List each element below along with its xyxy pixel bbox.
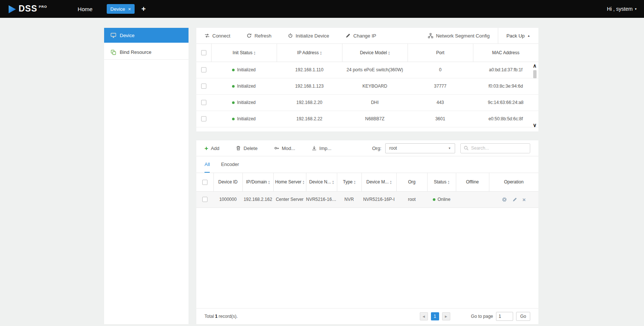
user-menu[interactable]: Hi , system ▾ — [607, 6, 637, 12]
device-table: Device ID IP/Domain▴▾ Home Server▴▾ Devi… — [196, 173, 538, 208]
discovery-row[interactable]: Initialized 192.168.1.110 24 ports ePoE … — [196, 62, 538, 78]
ip-cell: 192.168.2.20 — [277, 94, 342, 111]
col-header-port: Port — [408, 44, 473, 62]
goto-page-label: Go to page — [471, 314, 493, 319]
change-ip-button[interactable]: Change IP — [345, 33, 376, 39]
row-checkbox[interactable] — [202, 197, 207, 202]
current-page-button[interactable]: 1 — [431, 312, 439, 320]
discovery-select-all-cell — [196, 44, 211, 62]
sidebar-item-device[interactable]: Device — [104, 28, 189, 43]
goto-page-input[interactable] — [496, 312, 513, 321]
delete-button[interactable]: Delete — [236, 146, 258, 151]
tab-encoder[interactable]: Encoder — [221, 156, 239, 173]
sidebar-item-label: Bind Resource — [120, 49, 151, 55]
connect-label: Connect — [212, 33, 230, 39]
col-label: Device N... — [309, 179, 331, 185]
device-list-toolbar-left: + Add Delete Mod... — [205, 145, 331, 151]
tab-device[interactable]: Device × — [107, 4, 135, 14]
sidebar: Device Bind Resource — [104, 28, 189, 324]
tab-close-icon[interactable]: × — [128, 7, 131, 12]
org-label: Org: — [372, 146, 381, 151]
col-header-device-name[interactable]: Device N...▴▾ — [306, 173, 337, 191]
top-bar: DSS PRO Home Device × + Hi , system ▾ — [0, 0, 644, 18]
total-records: Total1record(s). — [205, 314, 238, 319]
discovery-row[interactable]: Initialized 192.168.1.123 KEYBOARD 37777… — [196, 78, 538, 94]
network-segment-config-label: Network Segment Config — [436, 33, 490, 39]
col-header-device-model[interactable]: Device M...▴▾ — [361, 173, 396, 191]
org-select[interactable]: root ▼ — [385, 143, 455, 153]
sort-icon: ▴▾ — [303, 180, 305, 185]
col-header-status[interactable]: Status▴▾ — [427, 173, 456, 191]
init-status-text: Initialized — [237, 84, 255, 89]
discovery-row[interactable]: Initialized 192.168.2.22 N68BB7Z 3601 e0… — [196, 111, 538, 127]
col-label: Device ID — [218, 179, 238, 185]
device-name-cell: NVR5216-16P-I — [306, 191, 337, 208]
prev-page-button[interactable]: ◀ — [420, 312, 428, 320]
col-header-operation: Operation — [489, 173, 538, 191]
device-list-panel: + Add Delete Mod... — [196, 140, 538, 324]
discovery-toolbar-left: Connect Refresh Initialize Device — [205, 33, 376, 39]
row-checkbox[interactable] — [201, 67, 206, 72]
select-all-checkbox[interactable] — [202, 180, 207, 185]
col-header-ip-address[interactable]: IP Address▴▾ — [277, 44, 342, 62]
col-header-type[interactable]: Type▴▾ — [337, 173, 361, 191]
go-button[interactable]: Go — [516, 312, 530, 321]
next-icon: ▶ — [445, 315, 447, 318]
bind-resource-icon — [110, 49, 116, 55]
row-checkbox[interactable] — [201, 84, 206, 89]
scroll-down-icon[interactable]: ∨ — [533, 123, 537, 128]
status-dot — [232, 85, 235, 88]
col-header-home-server[interactable]: Home Server▴▾ — [273, 173, 306, 191]
device-discovery-panel: Connect Refresh Initialize Device — [196, 28, 538, 131]
connect-icon — [205, 33, 210, 38]
model-cell: 24 ports ePoE switch(360W) — [342, 62, 408, 78]
scrollbar-thumb[interactable] — [533, 70, 537, 78]
col-header-init-status[interactable]: Init Status▴▾ — [211, 44, 277, 62]
scroll-up-icon[interactable]: ∧ — [533, 63, 537, 68]
init-status-cell: Initialized — [211, 94, 277, 111]
config-button[interactable] — [502, 197, 507, 202]
initialize-device-button[interactable]: Initialize Device — [288, 33, 329, 39]
device-row[interactable]: 1000000 192.168.2.162 Center Server NVR5… — [196, 191, 538, 208]
col-label: Init Status — [233, 50, 252, 55]
remove-button[interactable]: × — [522, 197, 526, 202]
key-icon — [274, 146, 279, 151]
add-tab-button[interactable]: + — [141, 5, 146, 13]
sort-icon: ▴▾ — [320, 51, 322, 55]
total-label: Total — [205, 314, 214, 319]
search-input[interactable] — [471, 146, 527, 151]
row-checkbox[interactable] — [201, 100, 206, 105]
init-status-cell: Initialized — [211, 62, 277, 78]
status-dot — [232, 69, 235, 71]
refresh-label: Refresh — [254, 33, 271, 39]
ip-cell: 192.168.1.110 — [277, 62, 342, 78]
port-cell: 443 — [408, 94, 473, 111]
select-all-checkbox[interactable] — [201, 50, 206, 55]
plus-icon: + — [205, 145, 208, 151]
row-checkbox[interactable] — [201, 116, 206, 121]
edit-button[interactable] — [512, 197, 517, 202]
add-label: Add — [211, 146, 219, 151]
connect-button[interactable]: Connect — [205, 33, 230, 39]
status-cell: Online — [427, 191, 456, 208]
discovery-row[interactable]: Initialized 192.168.2.20 DHI 443 9c:14:6… — [196, 94, 538, 111]
nav-home[interactable]: Home — [78, 6, 93, 12]
col-header-ip-domain[interactable]: IP/Domain▴▾ — [242, 173, 273, 191]
import-button[interactable]: Imp... — [312, 146, 332, 151]
add-button[interactable]: + Add — [205, 145, 219, 151]
network-segment-config-button[interactable]: Network Segment Config — [428, 33, 490, 39]
status-dot — [232, 101, 235, 104]
device-header-row: Device ID IP/Domain▴▾ Home Server▴▾ Devi… — [196, 173, 538, 191]
col-label: Status — [434, 179, 447, 185]
next-page-button[interactable]: ▶ — [442, 312, 450, 320]
status-text: Online — [438, 197, 451, 202]
tab-all[interactable]: All — [205, 156, 210, 173]
modify-button[interactable]: Mod... — [274, 146, 295, 151]
refresh-button[interactable]: Refresh — [247, 33, 271, 39]
pack-up-button[interactable]: Pack Up ▲ — [498, 28, 530, 43]
col-header-device-model[interactable]: Device Model▴▾ — [342, 44, 408, 62]
device-list-footer: Total1record(s). ◀ 1 ▶ Go to page Go — [196, 308, 538, 324]
main-area: Device Bind Resource Connect — [0, 18, 644, 326]
dss-logo-icon — [7, 4, 17, 14]
sidebar-item-bind-resource[interactable]: Bind Resource — [104, 45, 189, 60]
